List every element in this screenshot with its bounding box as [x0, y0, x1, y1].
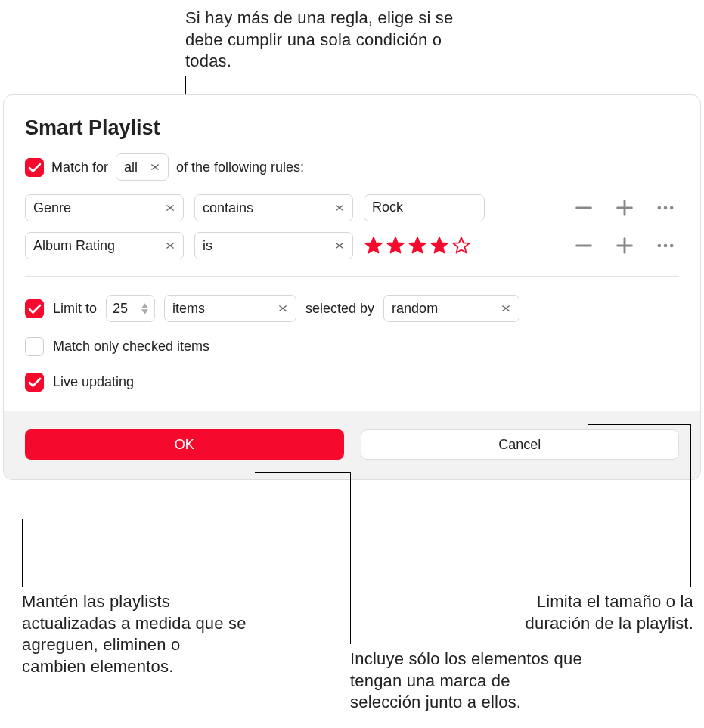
svg-point-11: [670, 244, 674, 248]
more-rule-button[interactable]: [655, 235, 676, 256]
cancel-button-label: Cancel: [498, 437, 541, 453]
chevron-down-icon: [334, 240, 345, 251]
svg-point-5: [670, 206, 674, 210]
limit-mode-select[interactable]: random: [383, 295, 519, 322]
match-only-checked-checkbox[interactable]: [25, 337, 44, 356]
ellipsis-icon: [655, 235, 676, 256]
leader-line: [255, 472, 350, 473]
rule-row: Album Rating is: [25, 232, 679, 259]
callout-live-updating: Mantén las playlists actualizadas a medi…: [22, 591, 249, 677]
rule-operator-value: is: [203, 238, 212, 254]
ok-button-label: OK: [175, 437, 194, 453]
rule-value-input[interactable]: Rock: [364, 194, 485, 221]
leader-line: [350, 472, 351, 644]
chevron-down-icon: [165, 203, 175, 213]
match-only-checked-label: Match only checked items: [53, 339, 209, 355]
divider: [25, 276, 679, 277]
match-mode-select[interactable]: all: [116, 153, 169, 181]
limit-count-input[interactable]: 25: [106, 295, 155, 322]
rule-field-value: Album Rating: [33, 238, 115, 254]
live-updating-row: Live updating: [25, 373, 679, 392]
leader-line: [690, 424, 691, 587]
match-only-checked-row: Match only checked items: [25, 337, 679, 356]
rule-operator-select[interactable]: contains: [194, 194, 353, 221]
svg-point-4: [664, 206, 668, 210]
selected-by-label: selected by: [305, 301, 374, 317]
callout-limit: Limita el tamaño o la duración de la pla…: [482, 591, 693, 634]
chevron-down-icon: [334, 203, 345, 213]
svg-point-9: [658, 244, 662, 248]
add-rule-button[interactable]: [614, 235, 635, 256]
limit-checkbox[interactable]: [25, 299, 44, 318]
rule-text-value: Rock: [372, 200, 403, 215]
match-mode-value: all: [124, 160, 138, 175]
cancel-button[interactable]: Cancel: [361, 429, 680, 460]
svg-marker-13: [141, 309, 148, 314]
chevron-down-icon: [165, 240, 175, 251]
match-row: Match for all of the following rules:: [25, 153, 679, 181]
svg-point-10: [664, 244, 668, 248]
rule-operator-value: contains: [203, 200, 253, 216]
limit-mode-value: random: [392, 301, 438, 317]
stepper-icon[interactable]: [141, 303, 148, 314]
dialog-title: Smart Playlist: [25, 116, 679, 140]
plus-icon: [614, 235, 635, 256]
match-prefix: Match for: [51, 160, 108, 175]
limit-unit-value: items: [172, 301, 205, 317]
remove-rule-button[interactable]: [573, 197, 594, 218]
chevron-down-icon: [150, 162, 160, 172]
limit-label: Limit to: [53, 301, 97, 317]
add-rule-button[interactable]: [614, 197, 635, 218]
leader-line: [22, 519, 23, 587]
live-updating-checkbox[interactable]: [25, 373, 44, 392]
svg-point-3: [658, 206, 662, 210]
star-filled-icon: [364, 236, 383, 256]
svg-marker-12: [141, 303, 148, 308]
star-filled-icon: [430, 236, 449, 256]
remove-rule-button[interactable]: [573, 235, 594, 256]
chevron-down-icon: [278, 303, 288, 314]
more-rule-button[interactable]: [655, 197, 676, 218]
limit-row: Limit to 25 items selected by random: [25, 295, 679, 322]
limit-count-value: 25: [113, 301, 128, 317]
rule-row: Genre contains Rock: [25, 194, 679, 221]
dialog-footer: OK Cancel: [4, 411, 700, 479]
ellipsis-icon: [655, 197, 676, 218]
minus-icon: [573, 235, 594, 256]
match-checkbox[interactable]: [25, 158, 44, 177]
smart-playlist-dialog: Smart Playlist Match for all of the foll…: [3, 94, 701, 480]
rule-field-select[interactable]: Genre: [25, 194, 184, 221]
match-suffix: of the following rules:: [176, 160, 304, 175]
chevron-down-icon: [501, 303, 511, 314]
star-outline-icon: [451, 236, 471, 256]
minus-icon: [573, 197, 594, 218]
rules-list: Genre contains Rock: [25, 194, 679, 259]
star-filled-icon: [408, 236, 427, 256]
leader-line: [588, 424, 691, 425]
star-filled-icon: [386, 236, 405, 256]
rule-operator-select[interactable]: is: [194, 232, 353, 259]
callout-match-mode: Si hay más de una regla, elige si se deb…: [185, 8, 473, 73]
rule-field-value: Genre: [33, 200, 71, 216]
star-rating-input[interactable]: [364, 236, 492, 256]
ok-button[interactable]: OK: [25, 429, 344, 460]
live-updating-label: Live updating: [53, 374, 134, 390]
callout-match-only-checked: Incluye sólo los elementos que tengan un…: [350, 649, 585, 714]
plus-icon: [614, 197, 635, 218]
limit-unit-select[interactable]: items: [164, 295, 296, 322]
rule-field-select[interactable]: Album Rating: [25, 232, 184, 259]
